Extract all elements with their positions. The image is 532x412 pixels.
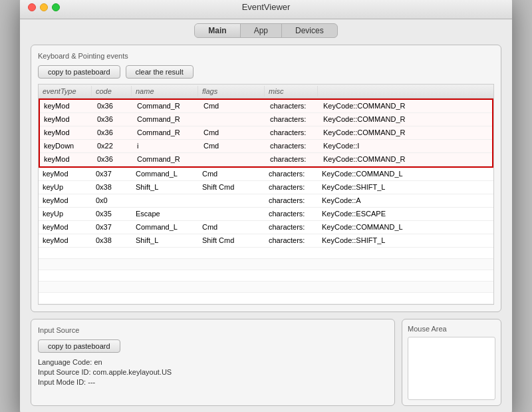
table-row: keyMod 0x0 characters: KeyCode::A xyxy=(39,194,493,208)
td-misc: characters: xyxy=(266,140,319,152)
td-flags: Cmd xyxy=(200,100,266,112)
td-eventtype: keyMod xyxy=(39,168,92,180)
table-row: keyMod 0x37 Command_L Cmd characters: Ke… xyxy=(39,221,493,234)
td-flags: Shift Cmd xyxy=(198,181,265,194)
table-row xyxy=(39,293,493,304)
td-extra: KeyCode::SHIFT_L xyxy=(318,234,493,247)
td-eventtype xyxy=(39,259,92,270)
td-code xyxy=(92,270,132,281)
tabs-container: Main App Devices xyxy=(194,23,337,38)
tab-devices[interactable]: Devices xyxy=(282,24,337,37)
input-mode-id-line: Input Mode ID: --- xyxy=(38,378,388,386)
td-extra: KeyCode::COMMAND_R xyxy=(319,113,492,126)
td-code: 0x0 xyxy=(92,194,132,207)
td-code xyxy=(92,248,132,258)
mouse-canvas[interactable] xyxy=(408,337,495,400)
keyboard-section-label: Keyboard & Pointing events xyxy=(38,52,494,60)
td-extra: KeyCode::COMMAND_L xyxy=(318,221,493,234)
td-extra: KeyCode::I xyxy=(319,140,492,152)
td-eventtype xyxy=(39,293,92,304)
traffic-lights xyxy=(28,3,60,11)
td-flags: Cmd xyxy=(198,168,265,180)
td-flags xyxy=(198,208,265,220)
language-code-value: en xyxy=(94,358,102,366)
td-extra: KeyCode::COMMAND_L xyxy=(318,168,493,180)
td-eventtype: keyMod xyxy=(40,100,93,112)
td-misc xyxy=(265,259,318,270)
td-flags xyxy=(198,259,265,270)
td-name xyxy=(132,282,198,292)
td-flags: Cmd xyxy=(200,140,266,152)
titlebar: EventViewer xyxy=(20,0,512,19)
table-row: keyMod 0x36 Command_R characters: KeyCod… xyxy=(40,113,492,126)
td-eventtype: keyMod xyxy=(39,221,92,234)
td-name xyxy=(132,194,198,207)
td-flags xyxy=(198,270,265,281)
td-eventtype: keyMod xyxy=(40,126,93,139)
th-code: code xyxy=(92,86,132,97)
td-misc: characters: xyxy=(266,100,319,112)
td-code: 0x36 xyxy=(93,153,133,166)
td-name: Command_R xyxy=(133,100,200,112)
td-extra: KeyCode::A xyxy=(318,194,493,207)
td-code: 0x38 xyxy=(92,181,132,194)
input-source-buttons: copy to pasteboard xyxy=(38,339,388,353)
td-misc xyxy=(265,248,318,258)
td-extra xyxy=(318,293,493,304)
td-eventtype: keyMod xyxy=(40,153,93,166)
table-row: keyMod 0x38 Shift_L Shift Cmd characters… xyxy=(39,234,493,248)
td-misc: characters: xyxy=(266,113,319,126)
th-name: name xyxy=(132,86,198,97)
mouse-area-label: Mouse Area xyxy=(408,325,495,333)
input-source-id-label: Input Source ID: xyxy=(38,368,91,376)
close-button[interactable] xyxy=(28,3,36,11)
td-name: Command_R xyxy=(133,113,200,126)
td-eventtype xyxy=(39,270,92,281)
td-name xyxy=(132,248,198,258)
table-row: keyMod 0x37 Command_L Cmd characters: Ke… xyxy=(39,168,493,181)
td-misc: characters: xyxy=(265,208,318,220)
td-code xyxy=(92,293,132,304)
td-misc: characters: xyxy=(265,168,318,180)
td-flags xyxy=(198,293,265,304)
td-misc: characters: xyxy=(265,181,318,194)
td-name xyxy=(132,270,198,281)
minimize-button[interactable] xyxy=(40,3,48,11)
td-eventtype: keyUp xyxy=(39,181,92,194)
table-body: keyMod 0x36 Command_R Cmd characters: Ke… xyxy=(39,99,493,304)
table-row: keyUp 0x38 Shift_L Shift Cmd characters:… xyxy=(39,181,493,194)
td-code: 0x37 xyxy=(92,221,132,234)
tab-app[interactable]: App xyxy=(241,24,282,37)
td-flags: Cmd xyxy=(198,221,265,234)
copy-to-pasteboard-button[interactable]: copy to pasteboard xyxy=(38,65,120,79)
table-row: keyDown 0x22 i Cmd characters: KeyCode::… xyxy=(40,140,492,153)
td-code: 0x38 xyxy=(92,234,132,247)
mouse-area-section: Mouse Area xyxy=(402,319,501,406)
td-extra: KeyCode::COMMAND_R xyxy=(319,100,492,112)
keyboard-section: Keyboard & Pointing events copy to paste… xyxy=(31,45,501,312)
input-source-section: Input Source copy to pasteboard Language… xyxy=(31,319,395,406)
input-copy-button[interactable]: copy to pasteboard xyxy=(38,339,120,353)
td-eventtype xyxy=(39,248,92,258)
maximize-button[interactable] xyxy=(52,3,60,11)
td-code xyxy=(92,282,132,292)
td-extra: KeyCode::SHIFT_L xyxy=(318,181,493,194)
table-row: keyMod 0x36 Command_R Cmd characters: Ke… xyxy=(40,100,492,113)
language-code-label: Language Code: xyxy=(38,358,92,366)
td-misc: characters: xyxy=(265,194,318,207)
td-name xyxy=(132,259,198,270)
table-header: eventType code name flags misc xyxy=(39,85,493,99)
bottom-section: Input Source copy to pasteboard Language… xyxy=(31,319,501,406)
td-flags xyxy=(198,248,265,258)
td-misc: characters: xyxy=(265,234,318,247)
table-row: keyMod 0x36 Command_R characters: KeyCod… xyxy=(40,153,492,166)
highlighted-rows-group: keyMod 0x36 Command_R Cmd characters: Ke… xyxy=(39,99,493,168)
tab-bar: Main App Devices xyxy=(20,19,512,38)
td-flags xyxy=(200,113,266,126)
tab-main[interactable]: Main xyxy=(195,24,240,37)
table-row: keyMod 0x36 Command_R Cmd characters: Ke… xyxy=(40,126,492,140)
clear-result-button[interactable]: clear the result xyxy=(126,65,194,79)
td-name: Command_L xyxy=(132,221,198,234)
th-eventtype: eventType xyxy=(39,86,92,97)
td-misc: characters: xyxy=(265,221,318,234)
